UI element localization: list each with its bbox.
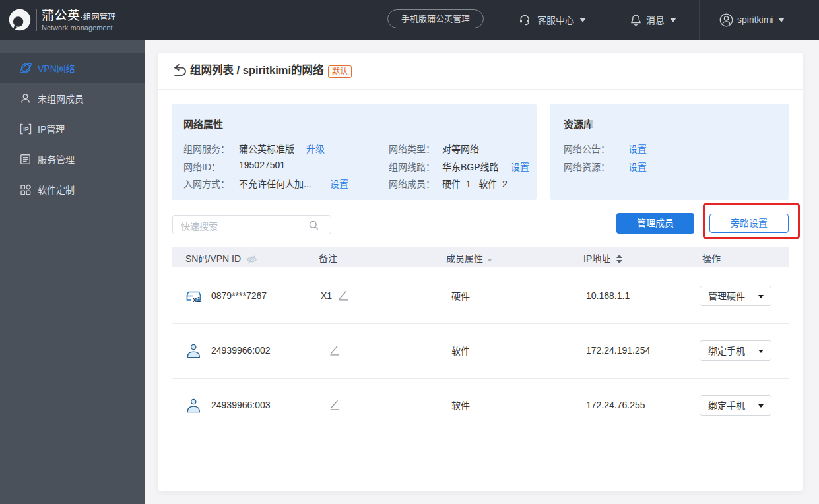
svg-text:IP: IP <box>23 126 29 133</box>
svg-text:x1: x1 <box>193 296 201 303</box>
